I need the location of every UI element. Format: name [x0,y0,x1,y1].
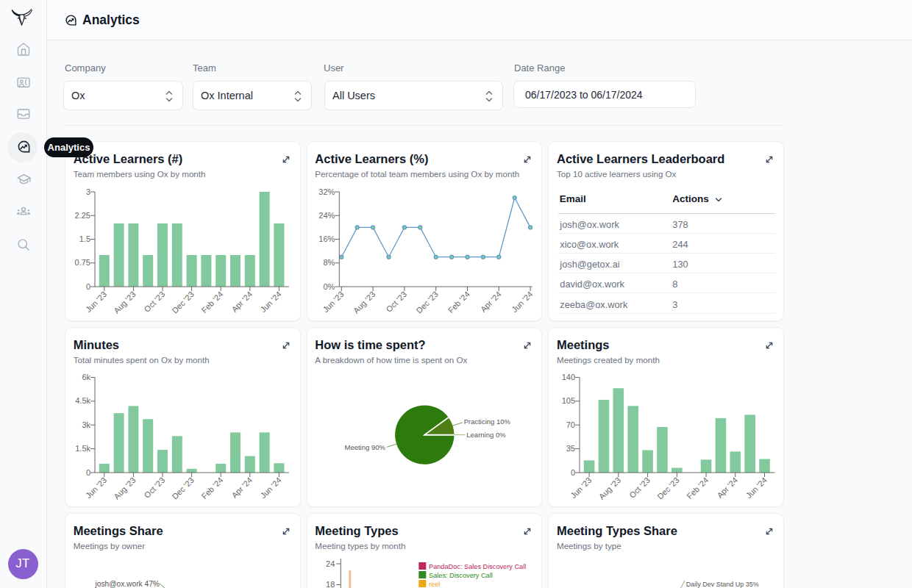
svg-text:Oct '23: Oct '23 [143,476,167,500]
svg-text:16%: 16% [318,234,335,243]
svg-text:Feb '24: Feb '24 [199,290,224,315]
svg-text:Oct '23: Oct '23 [627,476,652,500]
svg-text:24: 24 [326,559,335,568]
svg-text:Dec '23: Dec '23 [655,476,681,501]
svg-text:1.5k: 1.5k [75,444,90,453]
svg-text:Feb '24: Feb '24 [685,476,710,501]
svg-text:4.5k: 4.5k [75,396,90,405]
svg-text:josh@ox.work 47%: josh@ox.work 47% [95,580,160,588]
svg-text:8%: 8% [323,258,335,267]
svg-text:24%: 24% [318,211,335,220]
svg-text:0: 0 [571,468,575,477]
svg-text:Jun '24: Jun '24 [510,290,534,314]
svg-text:Aug '23: Aug '23 [112,290,138,315]
svg-text:Jun '23: Jun '23 [569,476,594,500]
svg-text:Aug '23: Aug '23 [112,476,138,501]
svg-text:Apr '24: Apr '24 [716,476,740,500]
svg-text:32%: 32% [318,187,335,196]
svg-text:Feb '24: Feb '24 [199,476,224,501]
svg-text:140: 140 [562,373,575,381]
svg-text:Apr '24: Apr '24 [229,290,254,314]
svg-text:Sales: Discovery Call: Sales: Discovery Call [429,572,493,579]
svg-text:Learning 0%: Learning 0% [466,431,506,439]
svg-text:0%: 0% [323,282,335,291]
svg-text:PandaDoc: Sales Discovery Call: PandaDoc: Sales Discovery Call [429,563,526,570]
svg-text:0: 0 [86,282,90,291]
svg-text:Dec '23: Dec '23 [170,476,196,501]
svg-text:reel: reel [429,581,440,588]
svg-text:Aug '23: Aug '23 [597,476,623,501]
svg-text:70: 70 [566,420,575,429]
svg-text:Aug '23: Aug '23 [352,290,377,315]
svg-text:Dec '23: Dec '23 [170,290,196,315]
svg-text:18: 18 [326,580,335,588]
svg-text:Apr '24: Apr '24 [229,476,254,500]
svg-text:35: 35 [566,444,575,453]
svg-text:Daily Dev Stand Up 35%: Daily Dev Stand Up 35% [686,581,759,588]
svg-text:1.5: 1.5 [79,234,90,243]
svg-text:Jun '24: Jun '24 [258,476,282,500]
svg-text:Oct '23: Oct '23 [384,290,408,314]
svg-text:0.75: 0.75 [75,258,90,267]
svg-text:6k: 6k [82,373,90,381]
svg-text:Jun '23: Jun '23 [321,290,345,314]
svg-text:3: 3 [86,187,90,196]
svg-text:Jun '23: Jun '23 [84,290,108,314]
svg-text:Jun '24: Jun '24 [744,476,769,500]
svg-text:3k: 3k [82,420,90,429]
svg-text:Dec '23: Dec '23 [414,290,440,315]
svg-text:Jun '23: Jun '23 [84,476,108,500]
svg-text:Feb '24: Feb '24 [446,290,471,315]
svg-text:Apr '24: Apr '24 [478,290,502,314]
svg-text:Jun '24: Jun '24 [258,290,282,314]
svg-text:Practicing 10%: Practicing 10% [463,417,510,426]
svg-text:Oct '23: Oct '23 [143,290,167,314]
svg-text:0: 0 [86,468,90,477]
svg-text:105: 105 [562,396,575,405]
svg-text:Meeting 90%: Meeting 90% [344,443,385,451]
svg-text:2.25: 2.25 [75,211,90,220]
